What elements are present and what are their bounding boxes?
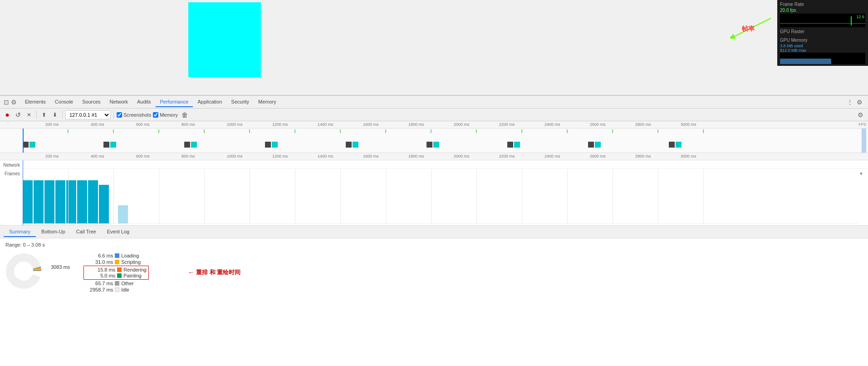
ruler-tick-2400: 2400 ms <box>544 122 560 127</box>
vgrid-5 <box>250 169 250 223</box>
fps-graph-line <box>780 23 865 24</box>
ruler-tick-2800: 2800 ms <box>635 122 651 127</box>
vgrid-13 <box>613 169 613 223</box>
tab-audits[interactable]: Audits <box>132 97 156 107</box>
toolbar-separator-1 <box>36 111 37 119</box>
tab-application[interactable]: Application <box>193 97 226 107</box>
gpu-memory-title: GPU Memory <box>780 38 865 43</box>
legend-ms-rendering: 15.8 ms <box>86 267 115 272</box>
devtools-icon-undock[interactable]: ⊡ <box>4 99 9 106</box>
frame-bar-3 <box>44 180 54 223</box>
memory-checkbox-label[interactable]: Memory <box>153 112 178 118</box>
ruler-tick-3000: 3000 ms <box>681 122 696 127</box>
main-tick-3000: 3000 ms <box>681 154 696 158</box>
tab-network[interactable]: Network <box>105 97 132 107</box>
main-tick-1000: 1000 ms <box>227 154 243 158</box>
record-button[interactable]: ● <box>3 110 12 119</box>
toolbar-settings-icon[interactable]: ⚙ <box>856 111 865 119</box>
legend-label-scripting: Scripting <box>121 259 141 265</box>
screenshots-checkbox[interactable] <box>117 112 122 118</box>
memory-checkbox[interactable] <box>153 112 158 118</box>
annotation-box: 15.8 ms Rendering 5.0 ms Painting <box>83 266 149 280</box>
annotated-rows: 15.8 ms Rendering 5.0 ms Painting <box>83 266 149 280</box>
selection-indicator <box>23 129 24 153</box>
legend-label-other: Other <box>121 281 134 286</box>
main-tick-2600: 2600 ms <box>590 154 606 158</box>
tab-summary[interactable]: Summary <box>4 227 36 237</box>
tab-console[interactable]: Console <box>50 97 78 107</box>
blue-timeline-indicator <box>862 129 866 153</box>
download-button[interactable]: ⬇ <box>50 110 59 119</box>
legend-label-idle: Idle <box>121 287 129 292</box>
gpu-memory-used: 3.8 MB used <box>780 44 803 48</box>
legend-ms-painting: 5.0 ms <box>86 273 115 278</box>
screenshot-frames-row <box>23 140 859 149</box>
devtools-settings-icon[interactable]: ⚙ <box>855 99 864 106</box>
legend-color-painting <box>117 273 122 278</box>
overview-ruler: FPSCPUNET 200 ms 400 ms 600 ms 800 ms 10… <box>0 121 868 129</box>
bottom-panel: Summary Bottom-Up Call Tree Event Log Ra… <box>0 226 868 362</box>
tab-performance[interactable]: Performance <box>156 97 193 107</box>
vgrid-6 <box>295 169 295 223</box>
legend-row-rendering: 15.8 ms Rendering <box>86 267 147 272</box>
frame-rate-overlay: Frame Rate 20.0 fps 12.6 GPU Raster GPU … <box>777 0 868 66</box>
annotation-arrow-left: ← <box>188 269 194 276</box>
vgrid-10 <box>476 169 477 223</box>
vgrid-2 <box>113 169 114 223</box>
tab-event-log[interactable]: Event Log <box>102 227 135 237</box>
ruler-tick-200: 200 ms <box>45 122 59 127</box>
tab-memory[interactable]: Memory <box>254 97 281 107</box>
legend-row-idle: 2958.7 ms Idle <box>83 287 149 292</box>
tab-security[interactable]: Security <box>226 97 254 107</box>
main-tick-600: 600 ms <box>136 154 150 158</box>
timeline-tracks-area[interactable]: 200 ms 400 ms 600 ms 800 ms 1000 ms 1200… <box>0 153 868 226</box>
timeline-overview[interactable]: FPSCPUNET 200 ms 400 ms 600 ms 800 ms 10… <box>0 121 868 153</box>
tab-bottom-up[interactable]: Bottom-Up <box>36 227 71 237</box>
screenshot-cyan-5 <box>353 142 358 148</box>
tab-elements[interactable]: Elements <box>20 97 50 107</box>
main-tick-2400: 2400 ms <box>544 154 560 158</box>
ruler-tick-400: 400 ms <box>91 122 104 127</box>
frame-rate-title: Frame Rate <box>780 2 865 7</box>
vgrid-4 <box>204 169 205 223</box>
reflow-annotation: ← 重排 和 重绘时间 <box>188 268 240 277</box>
green-ticks-svg <box>23 129 859 134</box>
vgrid-9 <box>431 169 432 223</box>
trash-button[interactable]: 🗑 <box>180 111 190 119</box>
legend-ms-other: 65.7 ms <box>83 281 113 286</box>
screenshots-checkbox-label[interactable]: Screenshots <box>117 112 151 118</box>
network-track-label: Network <box>0 163 23 168</box>
donut-svg <box>5 253 42 289</box>
timeline-tracks: Network Frames <box>0 160 868 226</box>
frames-track-label: Frames <box>0 169 23 176</box>
tab-call-tree[interactable]: Call Tree <box>71 227 102 237</box>
frame-bar-1 <box>23 180 33 223</box>
timeline-minimap[interactable] <box>0 129 868 153</box>
devtools-panel: ⊡ ⚙ Elements Console Sources Network Aud… <box>0 95 868 362</box>
ruler-tick-1800: 1800 ms <box>408 122 424 127</box>
main-tick-1800: 1800 ms <box>408 154 424 158</box>
screenshot-dark-9 <box>669 142 675 148</box>
gpu-memory-values: 3.8 MB used $12.0 MB max <box>780 44 865 53</box>
devtools-icon-menu[interactable]: ⚙ <box>11 99 17 106</box>
network-track: Network <box>0 160 868 169</box>
reflow-label: 重排 和 重绘时间 <box>196 268 240 277</box>
screenshot-cyan-6 <box>433 142 439 148</box>
upload-button[interactable]: ⬆ <box>39 110 49 119</box>
ruler-tick-2000: 2000 ms <box>454 122 470 127</box>
main-tick-1200: 1200 ms <box>272 154 288 158</box>
bottom-tabs: Summary Bottom-Up Call Tree Event Log <box>0 226 868 238</box>
legend-color-loading <box>115 253 119 258</box>
tracks-expand-icon[interactable]: ▼ <box>859 169 868 176</box>
fps-graph-peak <box>851 16 852 25</box>
reload-button[interactable]: ↺ <box>14 110 23 119</box>
devtools-more-icon[interactable]: ⋮ <box>845 99 855 106</box>
main-tick-2000: 2000 ms <box>454 154 470 158</box>
vgrid-1 <box>68 169 69 223</box>
selection-line <box>23 160 23 226</box>
legend-ms-loading: 6.6 ms <box>83 253 113 258</box>
clear-button[interactable]: ✕ <box>25 110 34 119</box>
url-selector[interactable]: 127.0.0.1 #1 <box>65 110 111 119</box>
tab-sources[interactable]: Sources <box>78 97 105 107</box>
main-tick-400: 400 ms <box>91 154 104 158</box>
